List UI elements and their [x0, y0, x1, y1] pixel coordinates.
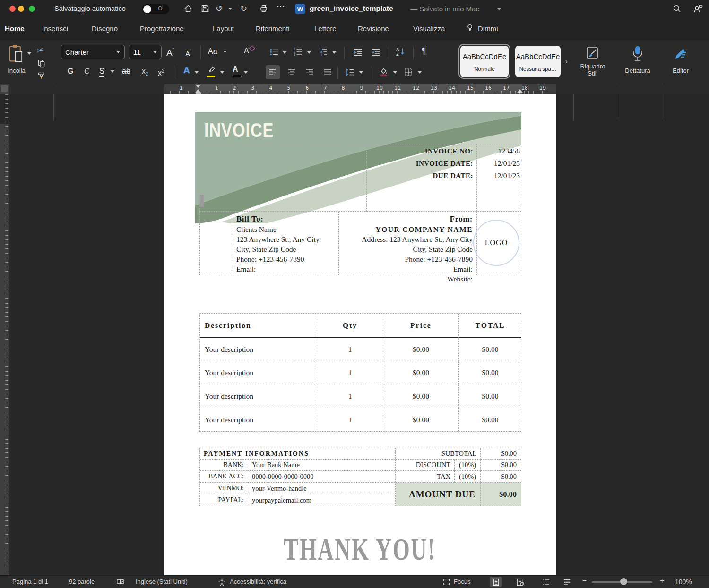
undo-dropdown-icon[interactable]: [228, 8, 232, 10]
borders-icon[interactable]: [404, 68, 413, 79]
items-header-total[interactable]: TOTAL: [459, 314, 521, 338]
chevron-down-icon[interactable]: [332, 51, 336, 54]
chevron-down-icon[interactable]: [220, 71, 224, 74]
increase-indent-icon[interactable]: [371, 48, 381, 58]
item-qty[interactable]: 1: [317, 384, 383, 408]
subtotal-label[interactable]: SUBTOTAL: [396, 448, 481, 460]
thank-you-text[interactable]: THANK YOU!: [284, 532, 437, 567]
item-description[interactable]: Your description: [200, 338, 317, 361]
tax-pct[interactable]: (10%): [455, 471, 481, 483]
due-date-value[interactable]: 12/01/23: [476, 171, 520, 180]
item-price[interactable]: $0.00: [383, 361, 459, 384]
totals-table[interactable]: SUBTOTAL $0.00 DISCOUNT (10%) $0.00 TAX …: [395, 448, 521, 506]
item-total[interactable]: $0.00: [459, 338, 521, 361]
from-heading[interactable]: From:: [343, 213, 473, 224]
discount-value[interactable]: $0.00: [481, 460, 521, 471]
item-price[interactable]: $0.00: [383, 384, 459, 408]
bank-value[interactable]: Your Bank Name: [247, 460, 395, 471]
tab-riferimenti[interactable]: Riferimenti: [256, 25, 290, 33]
styles-pane-label[interactable]: RiquadroStili: [573, 63, 613, 77]
vertical-ruler[interactable]: [0, 84, 9, 575]
hanging-indent-marker[interactable]: [195, 89, 201, 93]
bill-to-heading[interactable]: Bill To:: [236, 213, 336, 224]
logo-placeholder[interactable]: LOGO: [473, 220, 519, 266]
tab-progettazione[interactable]: Progettazione: [140, 25, 184, 33]
subtotal-value[interactable]: $0.00: [481, 448, 521, 460]
grow-font-button[interactable]: Aˆ: [166, 46, 174, 58]
chevron-down-icon[interactable]: [393, 71, 397, 74]
bank-acc-value[interactable]: 0000-0000-0000-0000: [247, 471, 395, 483]
invoice-date-value[interactable]: 12/01/23: [476, 159, 520, 168]
right-indent-marker[interactable]: [517, 89, 523, 93]
zoom-level[interactable]: 100%: [675, 578, 692, 586]
chevron-down-icon[interactable]: [244, 71, 248, 74]
style-nessuna-spaziatura[interactable]: AaBbCcDdEe Nessuna spa…: [515, 46, 561, 77]
bank-label[interactable]: BANK:: [200, 460, 247, 471]
from-block[interactable]: From: YOUR COMPANY NAME Address: 123 Any…: [343, 213, 473, 284]
ruler-corner-tab[interactable]: [1, 85, 8, 92]
language-status[interactable]: Inglese (Stati Uniti): [136, 578, 188, 585]
accessibility-icon[interactable]: [217, 578, 226, 588]
zoom-out-button[interactable]: −: [582, 577, 587, 585]
items-header-qty[interactable]: Qty: [317, 314, 383, 338]
invoice-no-value[interactable]: 123456: [476, 147, 520, 155]
focus-icon[interactable]: [442, 578, 450, 588]
font-size-select[interactable]: 11: [129, 45, 162, 59]
title-chevron-icon[interactable]: [497, 8, 501, 10]
strikethrough-button[interactable]: ab: [122, 67, 130, 76]
multilevel-list-icon[interactable]: 1ai: [319, 47, 328, 58]
discount-label[interactable]: DISCOUNT: [396, 460, 455, 471]
sort-icon[interactable]: AZ: [395, 46, 406, 59]
minimize-window-button[interactable]: [18, 6, 24, 12]
tab-revisione[interactable]: Revisione: [358, 25, 389, 33]
chevron-down-icon[interactable]: [283, 51, 286, 54]
font-color-button[interactable]: A: [233, 65, 242, 77]
item-qty[interactable]: 1: [317, 408, 383, 431]
venmo-label[interactable]: VENMO:: [200, 483, 247, 494]
focus-label[interactable]: Focus: [454, 578, 470, 585]
item-price[interactable]: $0.00: [383, 408, 459, 431]
tax-value[interactable]: $0.00: [481, 471, 521, 483]
search-icon[interactable]: [672, 4, 682, 13]
editor-pencil-icon[interactable]: [673, 46, 688, 63]
paste-label[interactable]: Incolla: [6, 67, 27, 74]
invoice-title[interactable]: INVOICE: [204, 119, 274, 142]
item-description[interactable]: Your description: [200, 384, 317, 408]
item-total[interactable]: $0.00: [459, 384, 521, 408]
chevron-down-icon[interactable]: [111, 70, 114, 73]
styles-pane-icon[interactable]: [585, 46, 600, 63]
web-layout-view-button[interactable]: [514, 577, 527, 587]
accessibility-status[interactable]: Accessibilità: verifica: [230, 578, 286, 585]
amount-due-label[interactable]: AMOUNT DUE: [396, 483, 481, 506]
underline-button[interactable]: S: [99, 67, 104, 77]
redo-icon[interactable]: ↻: [240, 4, 247, 13]
shrink-font-button[interactable]: Aˇ: [185, 47, 191, 59]
dictation-mic-icon[interactable]: [631, 45, 645, 65]
document-page[interactable]: INVOICE INVOICE NO: 123456 INVOICE DATE:…: [164, 94, 556, 575]
decrease-indent-icon[interactable]: [353, 48, 363, 58]
chevron-down-icon[interactable]: [359, 71, 363, 74]
invoice-date-label[interactable]: INVOICE DATE:: [366, 160, 473, 168]
item-total[interactable]: $0.00: [459, 408, 521, 431]
line-spacing-icon[interactable]: [345, 68, 354, 79]
print-icon[interactable]: [259, 4, 268, 13]
highlight-color-button[interactable]: [207, 66, 216, 77]
tab-lettere[interactable]: Lettere: [314, 25, 337, 33]
item-description[interactable]: Your description: [200, 361, 317, 384]
paypal-value[interactable]: yourpaypalemail.com: [247, 494, 395, 506]
paste-clipboard-icon[interactable]: [8, 44, 25, 66]
format-painter-icon[interactable]: [37, 71, 46, 82]
bullet-list-icon[interactable]: [269, 48, 279, 58]
tab-inserisci[interactable]: Inserisci: [42, 25, 68, 33]
chevron-down-icon[interactable]: [195, 71, 199, 74]
tab-visualizza[interactable]: Visualizza: [413, 25, 445, 33]
items-header-price[interactable]: Price: [383, 314, 459, 338]
align-right-icon[interactable]: [305, 68, 314, 78]
payment-heading[interactable]: PAYMENT INFORMATIONS: [200, 448, 395, 460]
bill-to-block[interactable]: Bill To: Clients Name 123 Anywhere St., …: [236, 213, 336, 274]
outline-view-button[interactable]: [540, 577, 552, 587]
autosave-toggle[interactable]: O: [142, 4, 169, 14]
company-name[interactable]: YOUR COMPANY NAME: [343, 224, 473, 234]
item-price[interactable]: $0.00: [383, 338, 459, 361]
undo-icon[interactable]: ↺: [216, 4, 223, 13]
